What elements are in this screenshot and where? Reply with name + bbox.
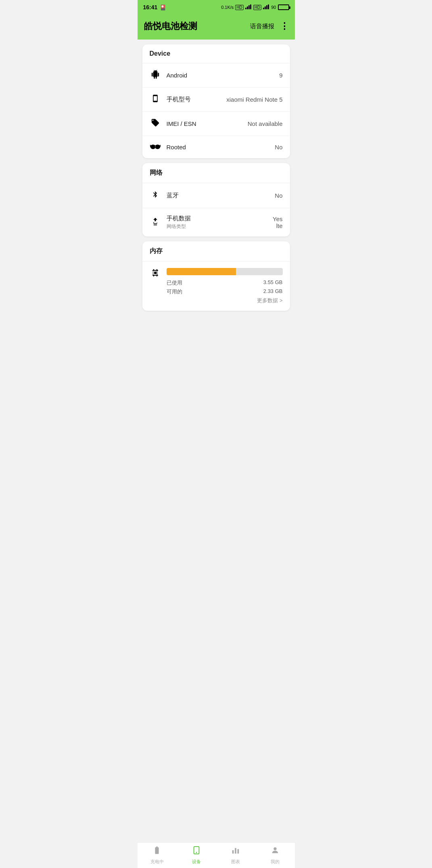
status-right: 0.1K/s HD HD 90	[221, 4, 289, 10]
battery-percent: 90	[271, 5, 276, 10]
android-icon	[150, 70, 161, 81]
bluetooth-icon	[150, 190, 161, 201]
rooted-label: Rooted	[167, 144, 269, 151]
memory-content: 已使用 3.55 GB 可用的 2.33 GB 更多数据 >	[167, 268, 283, 304]
more-button[interactable]: ⋮	[280, 21, 288, 31]
imei-label: IMEI / ESN	[167, 120, 242, 127]
phone-model-value: xiaomi Redmi Note 5	[226, 96, 282, 103]
phone-model-row: 手机型号 xiaomi Redmi Note 5	[142, 88, 290, 112]
memory-used-row: 已使用 3.55 GB	[167, 279, 283, 287]
svg-rect-7	[268, 4, 269, 9]
svg-point-8	[150, 144, 155, 149]
svg-rect-0	[245, 8, 246, 9]
memory-available-row: 可用的 2.33 GB	[167, 288, 283, 295]
status-time: 16:41	[143, 4, 158, 10]
tag-icon	[150, 118, 161, 129]
phone-model-label: 手机型号	[167, 96, 221, 103]
rooted-row: Rooted No	[142, 136, 290, 158]
memory-available-value: 2.33 GB	[263, 288, 283, 295]
bluetooth-label: 蓝牙	[167, 192, 269, 199]
voice-button[interactable]: 语音播报	[250, 23, 274, 30]
imei-row: IMEI / ESN Not available	[142, 112, 290, 136]
android-value: 9	[279, 72, 282, 79]
bluetooth-value: No	[275, 192, 282, 199]
memory-more-label: 更多数据 >	[167, 297, 283, 304]
svg-rect-5	[265, 6, 266, 9]
rooted-value: No	[275, 144, 282, 151]
cpu-icon	[150, 268, 161, 280]
hd-badge: HD	[235, 5, 243, 10]
mobile-data-row: 手机数据 网络类型 Yes lte	[142, 208, 290, 236]
memory-bar-container	[167, 268, 283, 275]
svg-rect-3	[250, 4, 251, 9]
device-card-header: Device	[142, 44, 290, 63]
mobile-data-content: 手机数据 网络类型	[167, 215, 267, 230]
header-actions: 语音播报 ⋮	[250, 21, 288, 31]
svg-rect-1	[247, 6, 248, 9]
app-header: 皓悦电池检测 语音播报 ⋮	[138, 15, 295, 40]
app-title: 皓悦电池检测	[144, 20, 197, 32]
imei-value: Not available	[248, 120, 283, 127]
memory-row: 已使用 3.55 GB 可用的 2.33 GB 更多数据 >	[142, 261, 290, 311]
memory-available-label: 可用的	[167, 288, 182, 295]
status-left: 16:41 🎴	[143, 4, 167, 10]
network-card-header: 网络	[142, 163, 290, 183]
data-icon	[150, 217, 161, 228]
hd-badge-2: HD	[253, 5, 261, 10]
memory-bar-fill	[167, 268, 236, 275]
memory-card-header: 内存	[142, 241, 290, 261]
main-content: Device Android 9 手机型号 xiaomi Re	[138, 40, 295, 343]
status-bar: 16:41 🎴 0.1K/s HD HD 90	[138, 0, 295, 15]
svg-rect-6	[266, 5, 267, 9]
signal-icon-1	[245, 4, 252, 10]
memory-card: 内存 已使用 3.55 GB 可用的 2.33 GB	[142, 241, 290, 311]
network-card: 网络 蓝牙 No 手机数据 网络类型	[142, 163, 290, 236]
svg-point-9	[155, 144, 160, 149]
svg-rect-2	[248, 5, 250, 9]
battery-icon	[278, 4, 289, 10]
android-row: Android 9	[142, 63, 290, 88]
bluetooth-row: 蓝牙 No	[142, 183, 290, 208]
network-speed: 0.1K/s	[221, 5, 234, 10]
battery-display: 90	[271, 4, 289, 10]
android-label: Android	[167, 72, 274, 79]
mobile-data-value: Yes lte	[273, 215, 282, 229]
phone-icon	[150, 94, 161, 105]
svg-rect-4	[263, 8, 264, 9]
glasses-icon	[150, 142, 161, 152]
signal-icon-2	[263, 4, 269, 10]
memory-used-value: 3.55 GB	[263, 279, 283, 287]
status-icon: 🎴	[160, 4, 166, 10]
memory-used-label: 已使用	[167, 279, 182, 287]
device-card: Device Android 9 手机型号 xiaomi Re	[142, 44, 290, 158]
